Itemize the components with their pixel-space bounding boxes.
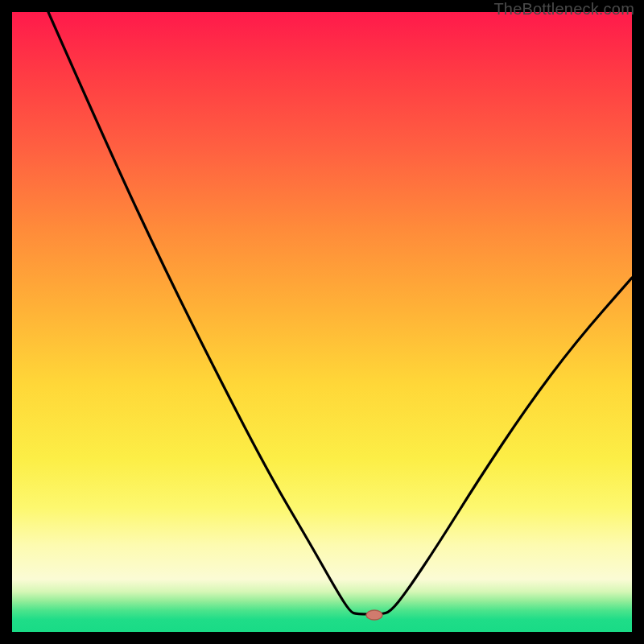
bottleneck-curve [48, 12, 632, 614]
plot-area [12, 12, 632, 632]
chart-container: TheBottleneck.com [0, 0, 644, 644]
chart-svg [12, 12, 632, 632]
watermark-text: TheBottleneck.com [493, 0, 634, 19]
optimal-point-marker [366, 610, 382, 620]
